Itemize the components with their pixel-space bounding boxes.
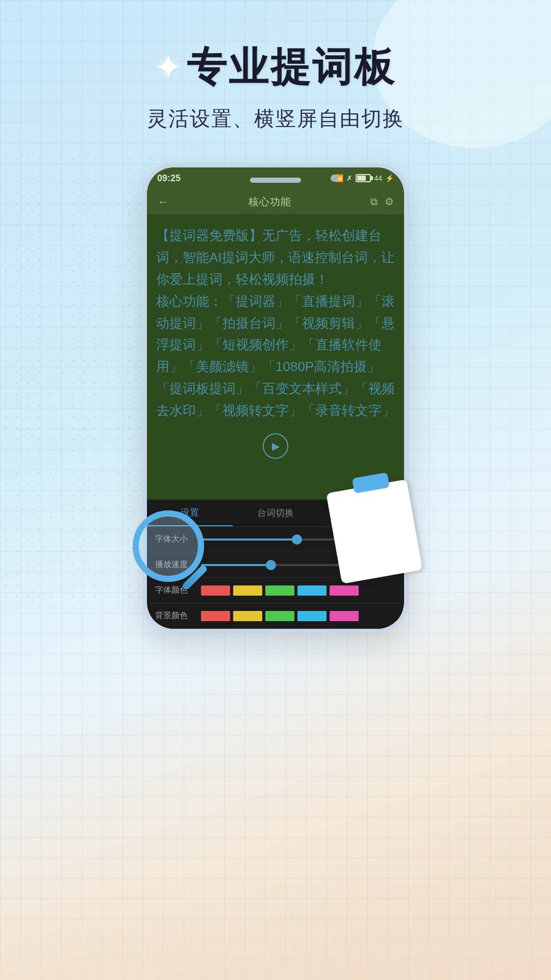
bg-swatch-pink[interactable] — [330, 611, 359, 621]
main-content: ✦ 专业提词板 灵活设置、横竖屏自由切换 09:25 📶 — [0, 0, 551, 980]
sparkle-icon: ✦ — [155, 50, 183, 86]
bg-swatch-yellow[interactable] — [233, 611, 262, 621]
battery-icon — [356, 174, 371, 182]
magnifier-decoration — [133, 510, 214, 592]
teleprompter-content: 【提词器免费版】无广告，轻松创建台词，智能AI提词大师，语速控制台词，让你爱上提… — [147, 214, 404, 500]
font-color-swatches — [201, 585, 391, 596]
title-section: ✦ 专业提词板 灵活设置、横竖屏自由切换 — [147, 41, 404, 133]
copy-icon[interactable]: ⧉ — [370, 196, 378, 208]
nav-bar: ← 核心功能 ⧉ ⚙ — [147, 189, 404, 214]
main-title-text: 专业提词板 — [187, 41, 396, 94]
charging-icon: ⚡ — [385, 174, 394, 182]
status-icons: 📶 ✗ 44 ⚡ — [335, 174, 394, 182]
bg-swatch-black[interactable] — [362, 611, 391, 621]
bg-color-label: 背景颜色 — [155, 610, 196, 621]
signal-icon: ✗ — [346, 174, 353, 182]
phone-speaker — [250, 178, 301, 183]
clipboard-decoration — [323, 462, 432, 579]
bg-swatch-red[interactable] — [201, 611, 230, 621]
battery-fill — [357, 176, 366, 181]
battery-level: 44 — [374, 174, 382, 182]
back-button[interactable]: ← — [157, 194, 169, 209]
clipboard-board — [326, 479, 422, 584]
bg-swatch-blue[interactable] — [297, 611, 327, 621]
bg-color-swatches — [201, 611, 391, 621]
bg-color-row: 背景颜色 — [147, 603, 404, 629]
magnifier-glass — [133, 510, 204, 582]
play-button[interactable]: ▶ — [263, 433, 288, 459]
play-icon: ▶ — [272, 440, 280, 452]
tab-script-switch-label: 台词切换 — [257, 507, 294, 519]
bg-swatch-green[interactable] — [265, 611, 294, 621]
phone-wrapper: 09:25 📶 ✗ 44 ⚡ ← 核心功能 — [143, 163, 408, 633]
tab-script-switch[interactable]: 台词切换 — [233, 500, 318, 526]
nav-title: 核心功能 — [248, 195, 291, 209]
settings-icon[interactable]: ⚙ — [385, 195, 394, 208]
phone-camera — [331, 175, 338, 182]
color-swatch-pink[interactable] — [330, 585, 359, 596]
status-time: 09:25 — [157, 173, 181, 184]
sub-title-text: 灵活设置、横竖屏自由切换 — [147, 105, 404, 133]
nav-actions: ⧉ ⚙ — [370, 195, 394, 208]
color-swatch-blue[interactable] — [297, 585, 327, 596]
color-swatch-green[interactable] — [265, 585, 294, 596]
main-title-container: ✦ 专业提词板 — [147, 41, 404, 94]
color-swatch-black[interactable] — [362, 585, 391, 596]
font-size-track — [201, 538, 297, 541]
teleprompter-text: 【提词器免费版】无广告，轻松创建台词，智能AI提词大师，语速控制台词，让你爱上提… — [156, 225, 395, 422]
font-size-thumb[interactable] — [292, 534, 302, 545]
color-swatch-yellow[interactable] — [233, 585, 262, 596]
bottom-decoration — [0, 878, 551, 980]
playback-speed-thumb[interactable] — [266, 560, 276, 570]
